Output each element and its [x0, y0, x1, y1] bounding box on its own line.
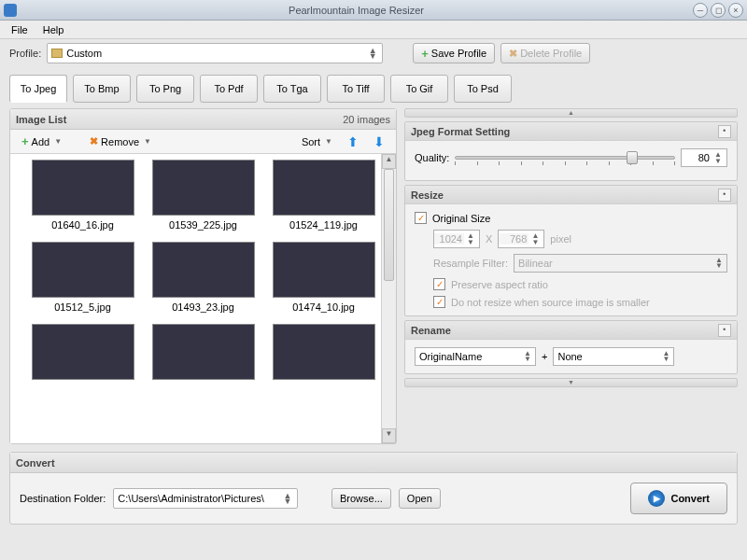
plus-icon: + — [421, 47, 429, 61]
scroll-down-button[interactable]: ▼ — [382, 428, 396, 443]
thumb-item[interactable] — [145, 322, 261, 387]
rename-part2-select[interactable]: None ▲▼ — [553, 347, 674, 366]
rename-section: Rename ▪ OriginalName ▲▼ + None ▲▼ — [404, 320, 738, 374]
tab-png[interactable]: To Png — [136, 75, 194, 103]
thumb-item[interactable] — [265, 322, 382, 387]
no-upscale-checkbox[interactable] — [433, 296, 445, 308]
save-profile-button[interactable]: + Save Profile — [413, 43, 495, 63]
minimize-button[interactable]: ─ — [693, 3, 708, 18]
width-input[interactable] — [434, 233, 464, 245]
save-profile-label: Save Profile — [431, 48, 486, 59]
scroll-up-button[interactable]: ▲ — [382, 154, 396, 169]
settings-column: ▲ Jpeg Format Setting ▪ Quality: — [404, 108, 738, 444]
quality-spinner[interactable]: ▲▼ — [681, 148, 727, 167]
rename-part1-select[interactable]: OriginalName ▲▼ — [415, 347, 536, 366]
preserve-aspect-checkbox[interactable] — [433, 278, 445, 290]
thumb-item[interactable]: 01539_225.jpg — [145, 158, 261, 238]
tab-psd[interactable]: To Psd — [454, 75, 512, 103]
thumb-image — [32, 242, 134, 298]
thumb-filename: 01512_5.jpg — [24, 301, 141, 313]
original-size-label: Original Size — [432, 213, 490, 224]
dimension-x-label: X — [486, 233, 492, 245]
tab-gif[interactable]: To Gif — [390, 75, 448, 103]
tab-tga[interactable]: To Tga — [263, 75, 321, 103]
add-label: Add — [32, 136, 50, 147]
slider-knob[interactable] — [627, 151, 638, 164]
spinner-arrows-icon[interactable]: ▲▼ — [712, 151, 725, 164]
menu-file[interactable]: File — [4, 22, 35, 37]
jpeg-settings-section: Jpeg Format Setting ▪ Quality: ▲▼ — [404, 121, 738, 181]
folder-icon — [51, 49, 63, 58]
menubar: File Help — [0, 21, 747, 39]
thumb-image — [32, 324, 134, 380]
rename-section-title: Rename — [411, 325, 451, 336]
no-upscale-label: Do not resize when source image is small… — [451, 297, 650, 308]
scroll-thumb[interactable] — [384, 169, 394, 281]
thumb-filename: 01524_119.jpg — [265, 219, 382, 231]
quality-input[interactable] — [682, 152, 712, 163]
image-count: 20 images — [343, 114, 390, 125]
tab-jpeg[interactable]: To Jpeg — [9, 75, 67, 103]
image-list-panel: Image List 20 images + Add ▼ ✖ Remove ▼ … — [9, 108, 397, 444]
close-button[interactable]: × — [728, 3, 743, 18]
section-collapse-button[interactable]: ▪ — [718, 125, 731, 138]
thumb-item[interactable]: 01512_5.jpg — [24, 240, 141, 320]
thumbnail-area[interactable]: 01640_16.jpg 01539_225.jpg 01524_119.jpg… — [10, 154, 396, 443]
destination-value: C:\Users\Administrator\Pictures\ — [118, 493, 282, 504]
thumb-item[interactable] — [24, 322, 141, 387]
thumb-image — [273, 242, 375, 298]
collapse-bottom-button[interactable]: ▼ — [404, 378, 738, 387]
thumb-item[interactable]: 01524_119.jpg — [265, 158, 382, 238]
remove-button[interactable]: ✖ Remove ▼ — [84, 133, 157, 149]
thumb-item[interactable]: 01474_10.jpg — [265, 240, 382, 320]
add-button[interactable]: + Add ▼ — [16, 133, 67, 150]
original-size-checkbox[interactable] — [415, 212, 427, 224]
chevron-updown-icon: ▲▼ — [524, 351, 531, 362]
thumb-item[interactable]: 01640_16.jpg — [24, 158, 141, 238]
format-tabs: To Jpeg To Bmp To Png To Pdf To Tga To T… — [0, 67, 747, 103]
browse-label: Browse... — [340, 493, 383, 504]
thumb-image — [152, 160, 255, 216]
convert-button[interactable]: ▶ Convert — [630, 483, 727, 514]
arrow-up-icon: ⬆ — [347, 134, 359, 149]
collapse-top-button[interactable]: ▲ — [404, 108, 738, 118]
thumb-filename: 01474_10.jpg — [265, 301, 382, 313]
image-list-toolbar: + Add ▼ ✖ Remove ▼ Sort ▼ ⬆ ⬇ — [10, 130, 396, 154]
section-collapse-button[interactable]: ▪ — [718, 324, 731, 337]
profile-row: Profile: Custom ▲▼ + Save Profile ✖ Dele… — [0, 39, 747, 67]
height-spinner[interactable]: ▲▼ — [498, 230, 544, 248]
delete-icon: ✖ — [509, 48, 517, 60]
tab-tiff[interactable]: To Tiff — [327, 75, 385, 103]
tab-bmp[interactable]: To Bmp — [73, 75, 131, 103]
destination-select[interactable]: C:\Users\Administrator\Pictures\ ▲▼ — [113, 488, 298, 509]
app-icon — [4, 4, 17, 17]
open-button[interactable]: Open — [399, 488, 441, 509]
titlebar: Pearlmountain Image Resizer ─ ◻ × — [0, 0, 747, 21]
destination-label: Destination Folder: — [20, 493, 106, 504]
browse-button[interactable]: Browse... — [331, 488, 391, 509]
resample-filter-label: Resample Filter: — [433, 258, 508, 269]
resample-filter-select[interactable]: Bilinear ▲▼ — [514, 254, 727, 273]
profile-label: Profile: — [9, 48, 41, 59]
width-spinner[interactable]: ▲▼ — [433, 230, 480, 248]
sort-button[interactable]: Sort ▼ — [296, 134, 338, 149]
move-up-button[interactable]: ⬆ — [342, 133, 364, 151]
spinner-arrows-icon[interactable]: ▲▼ — [529, 232, 542, 245]
thumb-image — [32, 160, 134, 216]
height-input[interactable] — [499, 233, 529, 245]
chevron-updown-icon: ▲▼ — [367, 48, 378, 59]
thumb-scrollbar[interactable]: ▲ ▼ — [381, 154, 396, 443]
profile-select[interactable]: Custom ▲▼ — [47, 43, 383, 63]
delete-profile-button[interactable]: ✖ Delete Profile — [500, 43, 590, 63]
thumb-item[interactable]: 01493_23.jpg — [145, 240, 261, 320]
section-collapse-button[interactable]: ▪ — [718, 189, 731, 202]
tab-pdf[interactable]: To Pdf — [200, 75, 258, 103]
preserve-aspect-label: Preserve aspect ratio — [451, 279, 548, 290]
chevron-updown-icon: ▲▼ — [663, 351, 670, 362]
spinner-arrows-icon[interactable]: ▲▼ — [464, 232, 477, 245]
menu-help[interactable]: Help — [35, 22, 72, 37]
resize-section: Resize ▪ Original Size ▲▼ X ▲▼ pixel Res… — [404, 185, 738, 316]
quality-slider[interactable] — [455, 149, 675, 166]
maximize-button[interactable]: ◻ — [711, 3, 726, 18]
move-down-button[interactable]: ⬇ — [368, 133, 390, 151]
